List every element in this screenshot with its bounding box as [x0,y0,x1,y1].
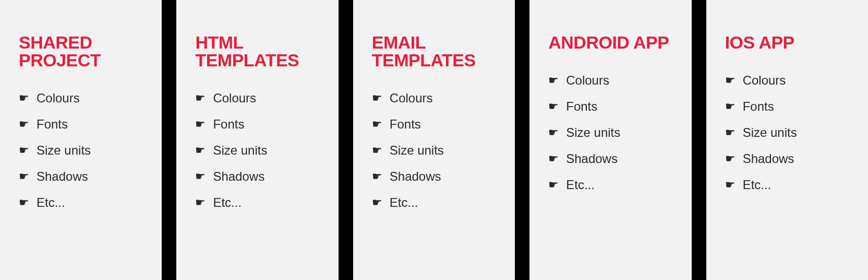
list-item: ☛ Colours [725,73,849,88]
list-item: ☛ Size units [195,143,319,158]
column-title: ANDROID APP [548,33,672,51]
item-label: Fonts [566,99,597,114]
item-label: Size units [743,125,797,140]
item-list: ☛ Colours ☛ Fonts ☛ Size units ☛ Shadows… [19,91,143,210]
pointer-icon: ☛ [725,75,736,86]
pointer-icon: ☛ [195,119,206,130]
item-label: Colours [213,91,256,106]
pointer-icon: ☛ [548,75,559,86]
column-html-templates: HTML TEMPLATES ☛ Colours ☛ Fonts ☛ Size … [176,0,338,280]
item-label: Fonts [213,117,244,132]
list-item: ☛ Fonts [725,99,849,114]
list-item: ☛ Shadows [725,151,849,166]
pointer-icon: ☛ [19,92,29,104]
list-item: ☛ Fonts [195,117,319,132]
list-item: ☛ Etc... [195,195,319,210]
column-title: IOS APP [725,33,849,51]
pointer-icon: ☛ [548,127,559,138]
list-item: ☛ Colours [195,91,319,106]
pointer-icon: ☛ [548,179,559,191]
pointer-icon: ☛ [372,145,382,156]
item-label: Shadows [566,151,618,166]
list-item: ☛ Shadows [372,169,496,184]
pointer-icon: ☛ [725,153,736,165]
list-item: ☛ Shadows [19,169,143,184]
pointer-icon: ☛ [195,197,206,208]
pointer-icon: ☛ [725,179,736,191]
list-item: ☛ Fonts [19,117,143,132]
item-label: Shadows [743,151,794,166]
item-label: Size units [213,143,267,158]
pointer-icon: ☛ [372,119,382,130]
item-label: Shadows [37,169,88,184]
list-item: ☛ Colours [372,91,496,106]
column-android-app: ANDROID APP ☛ Colours ☛ Fonts ☛ Size uni… [529,0,691,280]
item-label: Shadows [390,169,441,184]
pointer-icon: ☛ [19,145,29,156]
pointer-icon: ☛ [548,101,559,112]
column-title: EMAIL TEMPLATES [372,33,496,69]
list-item: ☛ Size units [372,143,496,158]
item-list: ☛ Colours ☛ Fonts ☛ Size units ☛ Shadows… [548,73,672,192]
list-item: ☛ Size units [19,143,143,158]
pointer-icon: ☛ [195,92,206,104]
item-label: Fonts [743,99,774,114]
list-item: ☛ Size units [548,125,672,140]
list-item: ☛ Etc... [725,178,849,192]
list-item: ☛ Fonts [372,117,496,132]
pointer-icon: ☛ [372,92,382,104]
column-title: HTML TEMPLATES [195,33,319,69]
pointer-icon: ☛ [19,197,29,208]
item-label: Etc... [37,195,65,210]
item-label: Etc... [566,178,595,192]
item-label: Shadows [213,169,264,184]
list-item: ☛ Etc... [19,195,143,210]
list-item: ☛ Etc... [372,195,496,210]
item-label: Size units [566,125,620,140]
list-item: ☛ Etc... [548,178,672,192]
item-list: ☛ Colours ☛ Fonts ☛ Size units ☛ Shadows… [372,91,496,210]
item-label: Colours [743,73,786,88]
column-email-templates: EMAIL TEMPLATES ☛ Colours ☛ Fonts ☛ Size… [353,0,515,280]
item-label: Size units [390,143,444,158]
item-label: Etc... [390,195,418,210]
column-ios-app: IOS APP ☛ Colours ☛ Fonts ☛ Size units ☛… [706,0,868,280]
item-label: Colours [566,73,609,88]
item-label: Colours [390,91,433,106]
pointer-icon: ☛ [725,101,736,112]
pointer-icon: ☛ [725,127,736,138]
column-shared-project: SHARED PROJECT ☛ Colours ☛ Fonts ☛ Size … [0,0,162,280]
item-list: ☛ Colours ☛ Fonts ☛ Size units ☛ Shadows… [725,73,849,192]
item-label: Etc... [213,195,242,210]
column-title: SHARED PROJECT [19,33,143,69]
list-item: ☛ Shadows [548,151,672,166]
list-item: ☛ Size units [725,125,849,140]
pointer-icon: ☛ [548,153,559,165]
pointer-icon: ☛ [19,171,29,182]
pointer-icon: ☛ [19,119,29,130]
item-label: Fonts [390,117,421,132]
pointer-icon: ☛ [195,171,206,182]
item-label: Size units [37,143,91,158]
list-item: ☛ Fonts [548,99,672,114]
item-list: ☛ Colours ☛ Fonts ☛ Size units ☛ Shadows… [195,91,319,210]
pointer-icon: ☛ [372,171,382,182]
item-label: Fonts [37,117,68,132]
item-label: Colours [37,91,80,106]
list-item: ☛ Shadows [195,169,319,184]
item-label: Etc... [743,178,771,192]
list-item: ☛ Colours [19,91,143,106]
pointer-icon: ☛ [372,197,382,208]
pointer-icon: ☛ [195,145,206,156]
list-item: ☛ Colours [548,73,672,88]
